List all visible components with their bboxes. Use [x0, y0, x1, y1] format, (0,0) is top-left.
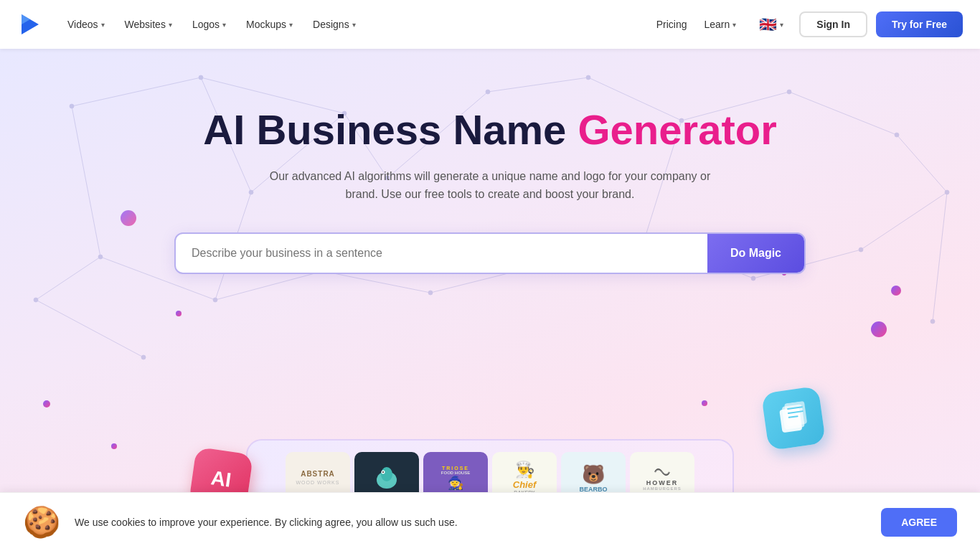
- svg-line-35: [861, 192, 947, 250]
- nav-item-websites[interactable]: Websites ▾: [118, 13, 179, 36]
- svg-line-30: [488, 77, 588, 92]
- svg-line-46: [933, 192, 947, 321]
- sign-in-button[interactable]: Sign In: [799, 11, 867, 37]
- svg-point-56: [381, 467, 392, 481]
- svg-line-33: [789, 92, 897, 135]
- chevron-down-icon: ▾: [780, 21, 783, 29]
- hero-title-text: AI Business Name: [203, 106, 578, 153]
- hero-subtitle: Our advanced AI algorithms will generate…: [268, 167, 712, 204]
- nav-item-videos[interactable]: Videos ▾: [60, 13, 112, 36]
- logo-icon: [17, 11, 43, 37]
- nav-right: Pricing Learn ▾ 🇬🇧 ▾ Sign In Try for Fre…: [649, 11, 963, 37]
- chevron-down-icon: ▾: [732, 21, 736, 29]
- svg-line-48: [36, 300, 143, 357]
- do-magic-button[interactable]: Do Magic: [707, 234, 804, 273]
- nav-item-learn[interactable]: Learn ▾: [697, 13, 743, 36]
- nav-right-links: Pricing Learn ▾: [649, 13, 744, 36]
- business-description-input[interactable]: [176, 234, 707, 273]
- chevron-down-icon: ▾: [101, 21, 105, 29]
- svg-line-24: [72, 77, 201, 106]
- floating-dot-9: [702, 400, 707, 406]
- chevron-down-icon: ▾: [352, 21, 356, 29]
- floating-dot-8: [176, 311, 182, 316]
- nav-item-pricing[interactable]: Pricing: [649, 13, 694, 36]
- search-bar: Do Magic: [174, 232, 806, 274]
- chevron-down-icon: ▾: [169, 21, 172, 29]
- floating-dot-7: [871, 321, 887, 337]
- floating-dot-4: [111, 443, 117, 449]
- try-free-button[interactable]: Try for Free: [876, 11, 963, 37]
- cookie-text: We use cookies to improve your experienc…: [75, 517, 867, 528]
- hero-section: AI Business Name Generator Our advanced …: [0, 49, 980, 551]
- hero-title-highlight: Generator: [578, 106, 777, 153]
- floating-dot-1: [121, 210, 136, 226]
- navbar: Videos ▾ Websites ▾ Logos ▾ Mockups ▾ De…: [0, 0, 980, 49]
- chevron-down-icon: ▾: [289, 21, 293, 29]
- cookie-icon: 🍪: [23, 504, 60, 540]
- svg-line-40: [323, 271, 430, 293]
- svg-point-58: [382, 471, 384, 473]
- svg-line-29: [72, 106, 100, 257]
- language-button[interactable]: 🇬🇧 ▾: [752, 11, 791, 37]
- svg-rect-51: [784, 401, 807, 427]
- chevron-down-icon: ▾: [222, 21, 226, 29]
- floating-dot-6: [891, 286, 901, 296]
- svg-line-34: [897, 135, 947, 192]
- flag-icon: 🇬🇧: [759, 16, 777, 33]
- hero-title: AI Business Name Generator: [203, 106, 776, 154]
- cookie-banner: 🍪 We use cookies to improve your experie…: [0, 492, 980, 551]
- nav-left: Videos ▾ Websites ▾ Logos ▾ Mockups ▾ De…: [17, 11, 363, 37]
- svg-line-47: [36, 257, 100, 300]
- logo[interactable]: [17, 11, 43, 37]
- nav-item-logos[interactable]: Logos ▾: [185, 13, 233, 36]
- nav-item-designs[interactable]: Designs ▾: [306, 13, 363, 36]
- svg-line-41: [215, 271, 323, 300]
- agree-button[interactable]: AGREE: [881, 508, 957, 537]
- nav-item-mockups[interactable]: Mockups ▾: [239, 13, 300, 36]
- floating-dot-3: [43, 400, 50, 408]
- pages-3d-icon: [761, 386, 826, 451]
